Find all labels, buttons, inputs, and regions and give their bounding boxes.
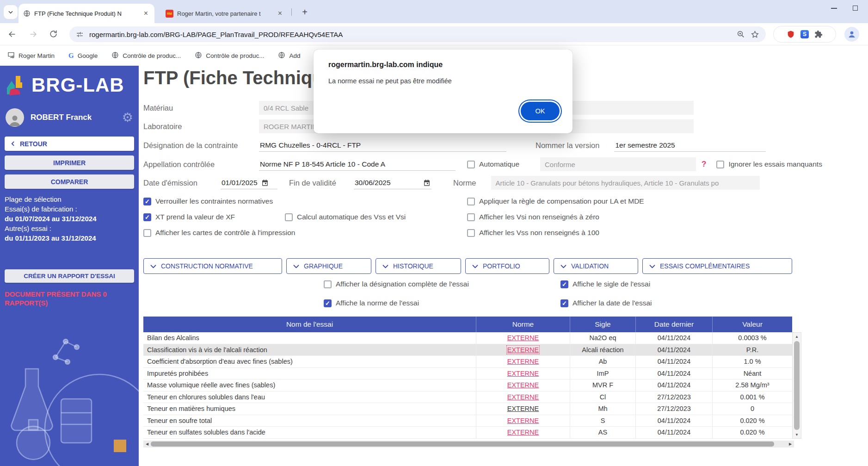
site-settings-icon[interactable] — [76, 31, 84, 38]
help-icon[interactable]: ? — [702, 160, 706, 169]
externe-link[interactable]: EXTERNE — [507, 370, 539, 377]
table-row[interactable]: Coefficient d'absorption d'eau avec fine… — [143, 356, 792, 368]
checkbox[interactable] — [324, 280, 332, 288]
table-row[interactable]: Teneur en matières humiquesEXTERNEMh27/1… — [143, 403, 792, 415]
accordion-essais-compl-mentaires[interactable]: ESSAIS COMPLÉMENTAIRES — [642, 258, 792, 274]
profile-avatar[interactable] — [844, 27, 859, 42]
checkbox-affiche-sigle[interactable]: Affiche le sigle de l'essai — [560, 280, 650, 288]
externe-link[interactable]: EXTERNE — [507, 346, 539, 354]
accordion-historique[interactable]: HISTORIQUE — [376, 258, 461, 274]
accordion-construction-normative[interactable]: CONSTRUCTION NORMATIVE — [143, 258, 282, 274]
s-extension-icon[interactable]: S — [800, 30, 809, 38]
back-button[interactable] — [7, 30, 17, 41]
bookmark-item[interactable]: Contrôle de produc... — [111, 51, 181, 60]
table-row[interactable]: Bilan des AlcalinsEXTERNENa2O eq04/11/20… — [143, 332, 792, 344]
externe-link[interactable]: EXTERNE — [507, 334, 539, 342]
bookmark-item[interactable]: Roger Martin — [7, 51, 55, 60]
imprimer-button[interactable]: IMPRIMER — [5, 155, 134, 170]
checkbox[interactable] — [560, 280, 568, 288]
fin-validite-input[interactable]: 30/06/2025 — [354, 176, 431, 189]
externe-link[interactable]: EXTERNE — [507, 381, 539, 389]
creer-rapport-button[interactable]: CRÉER UN RAPPORT D'ESSAI — [5, 269, 134, 283]
date-emission-input[interactable]: 01/01/2025 — [221, 176, 277, 189]
bookmark-item[interactable]: GGoogle — [68, 52, 98, 60]
horizontal-scrollbar[interactable]: ◀ ▶ — [143, 441, 794, 447]
checkbox-calcul-vss-vsi[interactable]: Calcul automatique des Vss et Vsi — [285, 213, 406, 221]
url-bar[interactable]: rogermartin.brg-lab.com/BRG-LAB/PAGE_Pla… — [69, 26, 766, 42]
checkbox[interactable] — [285, 213, 293, 221]
tab-title: FTP (Fiche Technique Produit) N — [34, 10, 138, 17]
checkbox-ignorer-essais[interactable]: Ignorer les essais manquants — [716, 160, 822, 168]
scroll-right-icon[interactable]: ▶ — [787, 442, 794, 446]
externe-link[interactable]: EXTERNE — [507, 429, 539, 436]
checkbox-afficher-date[interactable]: Afficher la date de l'essai — [560, 299, 652, 307]
close-icon[interactable]: × — [142, 9, 150, 18]
retour-button[interactable]: RETOUR — [5, 137, 134, 151]
url-text[interactable]: rogermartin.brg-lab.com/BRG-LAB/PAGE_Pla… — [89, 31, 731, 38]
checkbox[interactable] — [467, 213, 475, 221]
checkbox-xt[interactable]: XT prend la valeur de XF — [143, 213, 235, 221]
gear-icon[interactable]: ⚙ — [122, 110, 133, 125]
checkbox-affiche-norme[interactable]: Affiche la norme de l'essai — [324, 299, 419, 307]
accordion-graphique[interactable]: GRAPHIQUE — [286, 258, 371, 274]
checkbox[interactable] — [143, 198, 151, 205]
scroll-thumb[interactable] — [794, 341, 800, 430]
scroll-up-icon[interactable]: ▲ — [795, 333, 799, 340]
checkbox[interactable] — [467, 229, 475, 237]
cell-date: 04/11/2024 — [636, 356, 713, 367]
table-row[interactable]: Impuretés prohibéesEXTERNEImP04/11/2024N… — [143, 368, 792, 380]
externe-link[interactable]: EXTERNE — [507, 405, 539, 412]
close-icon[interactable]: × — [276, 9, 284, 18]
table-row[interactable]: Teneur en soufre totalEXTERNES04/11/2024… — [143, 415, 792, 427]
table-row[interactable]: Teneur en chlorures solubles dans l'eauE… — [143, 391, 792, 404]
bookmark-star-icon[interactable] — [751, 30, 759, 39]
checkbox[interactable] — [467, 198, 475, 205]
checkbox-cartes-controle[interactable]: Afficher les cartes de contrôle à l'impr… — [143, 229, 295, 237]
table-row[interactable]: Teneur en sulfates solubles dans l'acide… — [143, 427, 792, 439]
table-row[interactable]: Classification vis à vis de l'alcali réa… — [143, 344, 792, 356]
checkbox[interactable] — [324, 299, 332, 307]
tab-roger-martin[interactable]: RM Roger Martin, votre partenaire t × — [162, 6, 288, 21]
ublock-icon[interactable] — [787, 30, 795, 38]
tab-search-button[interactable] — [4, 5, 18, 19]
table-row[interactable]: Masse volumique réelle avec fines (sable… — [143, 379, 792, 391]
checkbox-designation-complete[interactable]: Afficher la désignation complète de l'es… — [324, 280, 469, 288]
orange-square-decoration — [114, 440, 126, 452]
comparer-button[interactable]: COMPARER — [5, 174, 134, 189]
checkbox-vss-100[interactable]: Afficher les Vss non renseignés à 100 — [467, 229, 599, 237]
new-tab-button[interactable]: + — [298, 6, 311, 19]
calendar-icon[interactable] — [423, 179, 431, 186]
bookmark-item[interactable]: Contrôle de produc... — [195, 51, 264, 60]
minimize-icon[interactable] — [831, 8, 837, 9]
reload-button[interactable] — [49, 30, 58, 40]
nommer-version-input[interactable]: 1er semestre 2025 — [614, 139, 766, 152]
extensions-puzzle-icon[interactable] — [814, 30, 823, 38]
calendar-icon[interactable] — [261, 179, 269, 186]
checkbox-automatique[interactable]: Automatique — [467, 160, 519, 168]
forward-button[interactable] — [29, 30, 38, 41]
checkbox[interactable] — [143, 213, 151, 221]
accordion-portfolio[interactable]: PORTFOLIO — [465, 258, 549, 274]
maximize-icon[interactable] — [853, 6, 858, 11]
externe-link[interactable]: EXTERNE — [507, 417, 539, 424]
externe-link[interactable]: EXTERNE — [507, 358, 539, 365]
appellation-input[interactable]: Norme NF P 18-545 Article 10 - Code A — [259, 158, 456, 171]
checkbox[interactable] — [716, 161, 724, 168]
zoom-icon[interactable] — [737, 30, 745, 38]
scroll-thumb[interactable] — [151, 441, 774, 447]
ok-button[interactable]: OK — [521, 102, 560, 120]
tab-ftp[interactable]: FTP (Fiche Technique Produit) N × — [18, 4, 154, 23]
checkbox-compensation[interactable]: Appliquer la règle de compensation pour … — [467, 197, 644, 205]
externe-link[interactable]: EXTERNE — [507, 393, 539, 401]
bookmark-item[interactable]: Add — [278, 51, 300, 60]
checkbox[interactable] — [143, 229, 151, 237]
vertical-scrollbar[interactable]: ▲ ▼ — [792, 332, 801, 439]
checkbox-verrouiller[interactable]: Verrouiller les contraintes normatives — [143, 197, 273, 205]
checkbox[interactable] — [560, 299, 568, 307]
scroll-left-icon[interactable]: ◀ — [143, 442, 151, 446]
accordion-validation[interactable]: VALIDATION — [554, 258, 638, 274]
checkbox-vsi-zero[interactable]: Afficher les Vsi non renseignés à zéro — [467, 213, 599, 221]
designation-input[interactable]: RMG Chuzelles - 0-4RCL - FTP — [259, 139, 506, 152]
scroll-down-icon[interactable]: ▼ — [795, 431, 799, 438]
checkbox[interactable] — [467, 161, 475, 168]
